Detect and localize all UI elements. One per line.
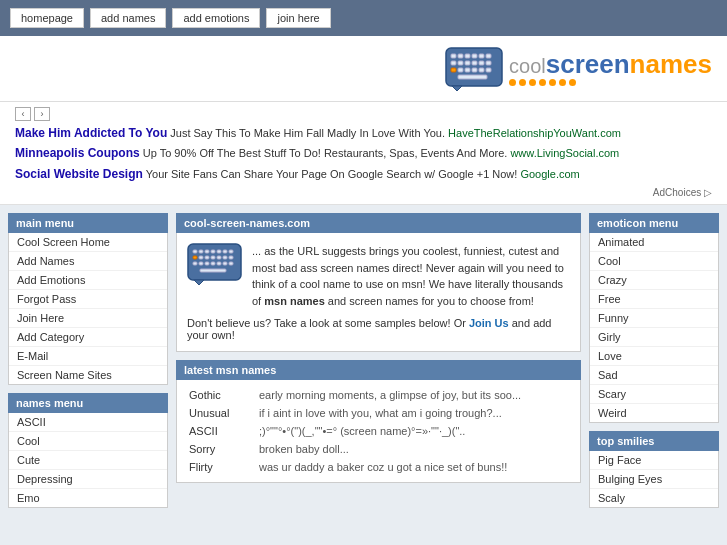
logo-dots <box>509 79 712 86</box>
sidebar-item-join-here[interactable]: Join Here <box>9 309 167 328</box>
ad-link-3[interactable]: Social Website Design <box>15 167 143 181</box>
svg-rect-37 <box>193 262 197 265</box>
table-row: Sorrybroken baby doll... <box>185 440 572 458</box>
svg-rect-41 <box>217 262 221 265</box>
names-menu-header: names menu <box>8 393 168 413</box>
table-row: Flirtywas ur daddy a baker coz u got a n… <box>185 458 572 476</box>
nav-homepage-button[interactable]: homepage <box>10 8 84 28</box>
svg-rect-39 <box>205 262 209 265</box>
emoticon-item[interactable]: Girly <box>590 328 718 347</box>
ad-navigation: ‹ › <box>15 107 712 121</box>
svg-rect-13 <box>486 61 491 65</box>
name-value: early morning moments, a glimpse of joy,… <box>255 386 572 404</box>
emoticon-item[interactable]: Sad <box>590 366 718 385</box>
name-value: was ur daddy a baker coz u got a nice se… <box>255 458 572 476</box>
svg-rect-17 <box>472 68 477 72</box>
emoticon-item[interactable]: Scary <box>590 385 718 404</box>
emoticon-item[interactable]: Cool <box>590 252 718 271</box>
main-layout: main menu Cool Screen Home Add Names Add… <box>0 205 727 545</box>
ad-item-1: Make Him Addicted To You Just Say This T… <box>15 123 712 143</box>
svg-rect-23 <box>193 250 197 253</box>
name-value: broken baby doll... <box>255 440 572 458</box>
svg-rect-5 <box>472 54 477 58</box>
svg-rect-26 <box>211 250 215 253</box>
emoticon-item[interactable]: Weird <box>590 404 718 422</box>
sidebar-item-add-emotions[interactable]: Add Emotions <box>9 271 167 290</box>
join-us-link[interactable]: Join Us <box>469 317 509 329</box>
emoticon-menu-section: emoticon menu AnimatedCoolCrazyFreeFunny… <box>589 213 719 423</box>
ad-item-2: Minneapolis Coupons Up To 90% Off The Be… <box>15 143 712 163</box>
nav-addnames-button[interactable]: add names <box>90 8 166 28</box>
smilies-item[interactable]: Bulging Eyes <box>590 470 718 489</box>
logo-names-text: names <box>630 49 712 79</box>
names-menu-emo[interactable]: Emo <box>9 489 167 507</box>
intro-text-block: ... as the URL suggests brings you coole… <box>252 243 570 309</box>
svg-rect-43 <box>229 262 233 265</box>
svg-rect-11 <box>472 61 477 65</box>
svg-rect-30 <box>193 256 197 259</box>
names-menu-depressing[interactable]: Depressing <box>9 470 167 489</box>
svg-rect-33 <box>211 256 215 259</box>
names-menu-cool[interactable]: Cool <box>9 432 167 451</box>
emoticon-item[interactable]: Free <box>590 290 718 309</box>
name-value: ;)°""°•°(")(_,""•=° (screen name)°=»·""·… <box>255 422 572 440</box>
ad-choices: AdChoices ▷ <box>15 184 712 201</box>
svg-marker-1 <box>452 86 462 91</box>
site-content-header: cool-screen-names.com <box>176 213 581 233</box>
emoticon-item[interactable]: Crazy <box>590 271 718 290</box>
site-logo: coolscreennames <box>444 46 712 91</box>
table-row: Gothicearly morning moments, a glimpse o… <box>185 386 572 404</box>
names-menu-ascii[interactable]: ASCII <box>9 413 167 432</box>
names-menu-cute[interactable]: Cute <box>9 451 167 470</box>
site-intro-box: ... as the URL suggests brings you coole… <box>176 233 581 352</box>
sidebar-item-cool-screen-home[interactable]: Cool Screen Home <box>9 233 167 252</box>
svg-rect-31 <box>199 256 203 259</box>
sidebar-item-screen-name-sites[interactable]: Screen Name Sites <box>9 366 167 384</box>
emoticon-item[interactable]: Love <box>590 347 718 366</box>
svg-rect-8 <box>451 61 456 65</box>
smilies-item[interactable]: Scaly <box>590 489 718 507</box>
svg-rect-6 <box>479 54 484 58</box>
svg-rect-44 <box>200 269 226 272</box>
svg-rect-7 <box>486 54 491 58</box>
sidebar-item-email[interactable]: E-Mail <box>9 347 167 366</box>
svg-rect-34 <box>217 256 221 259</box>
svg-rect-40 <box>211 262 215 265</box>
top-smilies-header: top smilies <box>589 431 719 451</box>
ad-url-3: Google.com <box>520 168 579 180</box>
logo-dot-3 <box>529 79 536 86</box>
ad-link-1[interactable]: Make Him Addicted To You <box>15 126 167 140</box>
emoticon-item[interactable]: Animated <box>590 233 718 252</box>
svg-rect-2 <box>451 54 456 58</box>
ad-desc-1: Just Say This To Make Him Fall Madly In … <box>167 127 445 139</box>
svg-rect-25 <box>205 250 209 253</box>
ad-next-button[interactable]: › <box>34 107 50 121</box>
svg-marker-22 <box>194 280 204 285</box>
main-menu-header: main menu <box>8 213 168 233</box>
sidebar-item-add-category[interactable]: Add Category <box>9 328 167 347</box>
center-content: cool-screen-names.com <box>176 213 581 537</box>
sidebar-item-forgot-pass[interactable]: Forgot Pass <box>9 290 167 309</box>
ad-prev-button[interactable]: ‹ <box>15 107 31 121</box>
svg-rect-29 <box>229 250 233 253</box>
ad-link-2[interactable]: Minneapolis Coupons <box>15 146 140 160</box>
nav-joinhere-button[interactable]: join here <box>266 8 330 28</box>
sidebar-item-add-names[interactable]: Add Names <box>9 252 167 271</box>
ad-item-3: Social Website Design Your Site Fans Can… <box>15 164 712 184</box>
logo-dot-7 <box>569 79 576 86</box>
svg-rect-19 <box>486 68 491 72</box>
svg-rect-15 <box>458 68 463 72</box>
ad-desc-2: Up To 90% Off The Best Stuff To Do! Rest… <box>140 147 508 159</box>
smilies-item[interactable]: Pig Face <box>590 451 718 470</box>
left-sidebar: main menu Cool Screen Home Add Names Add… <box>8 213 168 537</box>
logo-text-group: coolscreennames <box>509 51 712 86</box>
svg-rect-38 <box>199 262 203 265</box>
smilies-menu: Pig FaceBulging EyesScaly <box>589 451 719 508</box>
emoticon-menu: AnimatedCoolCrazyFreeFunnyGirlyLoveSadSc… <box>589 233 719 423</box>
logo-bar: coolscreennames <box>0 36 727 102</box>
svg-rect-42 <box>223 262 227 265</box>
main-menu: Cool Screen Home Add Names Add Emotions … <box>8 233 168 385</box>
emoticon-item[interactable]: Funny <box>590 309 718 328</box>
name-category: Sorry <box>185 440 255 458</box>
nav-addemotions-button[interactable]: add emotions <box>172 8 260 28</box>
